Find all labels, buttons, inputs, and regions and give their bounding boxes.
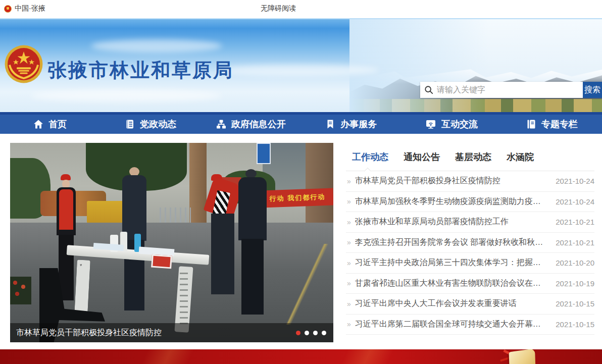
news-title: 市林草局党员干部积极投身社区疫情防控	[355, 176, 556, 186]
news-date: 2021-10-19	[556, 279, 594, 288]
site-header: 张掖市林业和草原局 搜索	[0, 18, 602, 112]
nav-item-gov-info[interactable]: 政府信息公开	[200, 115, 301, 134]
search-bar: 搜索	[420, 82, 602, 98]
nav-item-services[interactable]: 办事服务	[301, 115, 402, 134]
news-row[interactable]: » 市林草局加强秋冬季野生动物疫源疫病监测助力疫情防控工作 2021-10-24	[346, 192, 594, 213]
nav-item-party-news[interactable]: 党政动态	[101, 115, 201, 134]
news-title: 习近平主持中央政治局第三十四次集体学习：把握数字经济...	[355, 257, 556, 268]
nav-label: 互动交流	[441, 118, 478, 130]
news-date: 2021-10-21	[556, 238, 594, 247]
tab-notices[interactable]: 通知公告	[404, 151, 440, 163]
search-button[interactable]: 搜索	[583, 82, 602, 98]
search-icon	[424, 85, 433, 94]
site-home-link[interactable]: 中国·张掖	[4, 4, 45, 13]
page-title[interactable]: 张掖市林业和草原局	[47, 58, 234, 83]
promo-banner[interactable]	[0, 349, 602, 364]
bookmark-icon	[325, 119, 335, 129]
nav-label: 专题专栏	[541, 118, 578, 130]
news-date: 2021-10-24	[556, 177, 594, 185]
carousel-caption: 市林草局党员干部积极投身社区疫情防控	[16, 328, 296, 338]
news-row[interactable]: » 习近平主持中央政治局第三十四次集体学习：把握数字经济... 2021-10-…	[346, 253, 594, 274]
carousel-dot-4[interactable]	[322, 331, 326, 335]
nav-item-special-topics[interactable]: 专题专栏	[501, 115, 602, 134]
news-bullet-icon: »	[347, 239, 351, 246]
news-bullet-icon: »	[347, 280, 351, 287]
page: 中国·张掖 无障碍阅读	[0, 0, 602, 364]
news-row[interactable]: » 市林草局党员干部积极投身社区疫情防控 2021-10-24	[346, 171, 594, 192]
news-row[interactable]: » 习近平出席第二届联合国全球可持续交通大会开幕式并发表... 2021-10-…	[346, 315, 594, 335]
news-date: 2021-10-15	[556, 299, 594, 308]
photo-banner-text: 行动 我们都行动	[269, 192, 325, 203]
news-tabs: 工作动态 通知公告 基层动态 水涵院	[346, 143, 594, 171]
accessibility-reading-link[interactable]: 无障碍阅读	[261, 4, 296, 13]
news-row[interactable]: » 甘肃省祁连山区重大林业有害生物联防联治会议在张掖召开 2021-10-19	[346, 274, 594, 294]
news-bullet-icon: »	[347, 178, 351, 185]
news-list: » 市林草局党员干部积极投身社区疫情防控 2021-10-24 » 市林草局加强…	[346, 171, 594, 335]
tab-shuihanyuan[interactable]: 水涵院	[507, 151, 534, 163]
news-row[interactable]: » 李克强主持召开国务院常务会议 部署做好秋收和秋冬种工作... 2021-10…	[346, 233, 594, 253]
news-date: 2021-10-21	[556, 218, 594, 226]
national-emblem-mini-icon	[4, 5, 12, 13]
monitor-icon	[425, 119, 436, 129]
header-mountain-image	[349, 19, 602, 112]
news-bullet-icon: »	[347, 321, 351, 328]
news-title: 市林草局加强秋冬季野生动物疫源疫病监测助力疫情防控工作	[355, 196, 556, 207]
nav-item-home[interactable]: 首页	[0, 115, 101, 134]
news-date: 2021-10-24	[556, 197, 594, 206]
news-date: 2021-10-20	[556, 258, 594, 267]
banner-gold-ornament	[509, 349, 536, 364]
search-box	[420, 82, 583, 98]
carousel-dot-1[interactable]	[296, 331, 300, 335]
book-icon	[526, 119, 536, 129]
tab-work-news[interactable]: 工作动态	[352, 151, 388, 163]
nav-label: 党政动态	[140, 118, 176, 130]
photo-blue-sign	[257, 143, 271, 164]
carousel-dot-2[interactable]	[305, 331, 309, 335]
document-icon	[125, 119, 135, 129]
carousel-caption-bar: 市林草局党员干部积极投身社区疫情防控	[10, 323, 333, 342]
news-title: 甘肃省祁连山区重大林业有害生物联防联治会议在张掖召开	[355, 278, 556, 289]
carousel-dot-3[interactable]	[313, 331, 318, 335]
news-date: 2021-10-15	[556, 320, 594, 329]
nav-label: 政府信息公开	[231, 118, 286, 130]
nav-item-interaction[interactable]: 互动交流	[402, 115, 502, 134]
news-panel: 工作动态 通知公告 基层动态 水涵院 » 市林草局党员干部积极投身社区疫情防控 …	[346, 143, 594, 335]
news-bullet-icon: »	[347, 198, 351, 205]
news-row[interactable]: » 习近平出席中央人大工作会议并发表重要讲话 2021-10-15	[346, 294, 594, 315]
news-title: 李克强主持召开国务院常务会议 部署做好秋收和秋冬种工作...	[355, 237, 556, 248]
news-bullet-icon: »	[347, 219, 351, 226]
nav-label: 首页	[48, 118, 67, 130]
banner-streak	[61, 349, 273, 364]
news-bullet-icon: »	[347, 259, 351, 267]
tab-grassroots[interactable]: 基层动态	[455, 151, 491, 163]
news-row[interactable]: » 张掖市林业和草原局动员部署疫情防控工作 2021-10-21	[346, 212, 594, 233]
photo-red-banner: 行动 我们都行动	[261, 188, 333, 208]
photo-yellow-sign	[87, 201, 126, 223]
top-bar: 中国·张掖 无障碍阅读	[0, 0, 602, 18]
carousel-photo: 行动 我们都行动	[10, 143, 333, 342]
site-label: 中国·张掖	[15, 4, 45, 13]
banner-streak	[263, 349, 475, 364]
news-title: 习近平出席第二届联合国全球可持续交通大会开幕式并发表...	[355, 319, 556, 330]
bureau-logo[interactable]	[4, 44, 43, 84]
search-input[interactable]	[433, 82, 583, 98]
carousel-slide[interactable]: 行动 我们都行动	[10, 143, 333, 342]
nav-label: 办事服务	[340, 118, 377, 130]
news-title: 习近平出席中央人大工作会议并发表重要讲话	[355, 298, 556, 309]
national-emblem-icon	[4, 44, 43, 84]
main-navigation: 首页 党政动态 政府信息公开	[0, 112, 602, 134]
news-title: 张掖市林业和草原局动员部署疫情防控工作	[355, 217, 556, 227]
home-icon	[33, 119, 43, 129]
sitemap-icon	[216, 119, 226, 129]
news-bullet-icon: »	[347, 300, 351, 307]
carousel-dots	[296, 331, 326, 335]
